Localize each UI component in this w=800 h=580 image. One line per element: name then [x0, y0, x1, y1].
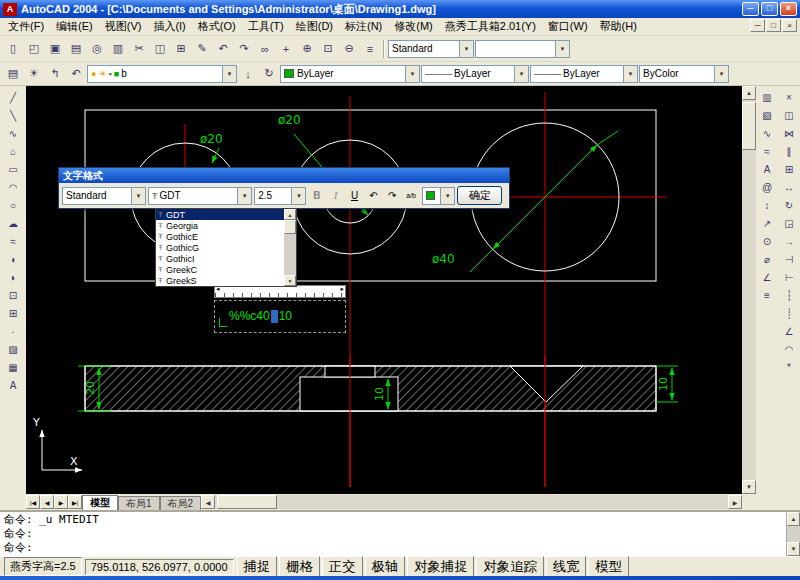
- layers-icon[interactable]: ▤: [3, 64, 23, 84]
- open-icon[interactable]: ◰: [24, 39, 44, 59]
- break-at-point-icon[interactable]: ┆: [779, 286, 799, 304]
- scroll-down-icon[interactable]: ▼: [284, 275, 296, 286]
- command-scrollbar[interactable]: ▲ ▼: [786, 512, 800, 556]
- edit-hatch-icon[interactable]: ▧: [757, 106, 777, 124]
- chevron-down-icon[interactable]: ▼: [291, 188, 305, 204]
- scroll-up-icon[interactable]: ▲: [284, 209, 296, 220]
- new-icon[interactable]: ▯: [3, 39, 23, 59]
- chevron-down-icon[interactable]: ▼: [405, 66, 419, 82]
- font-list-scrollbar[interactable]: ▲ ▼: [284, 209, 296, 286]
- save-icon[interactable]: ▣: [45, 39, 65, 59]
- chevron-down-icon[interactable]: ▼: [714, 66, 728, 82]
- paste-icon[interactable]: ⊞: [171, 39, 191, 59]
- layout-tab[interactable]: 布局1: [118, 496, 160, 510]
- layout-tab[interactable]: 模型: [82, 495, 118, 510]
- layer-combo[interactable]: ● ☀ ▪ ■ b ▼: [87, 65, 237, 83]
- layer-states-icon[interactable]: ☀: [24, 64, 44, 84]
- angular-dimension-icon[interactable]: ∠: [757, 268, 777, 286]
- chevron-down-icon[interactable]: ▼: [237, 188, 251, 204]
- edit-spline-icon[interactable]: ≈: [757, 142, 777, 160]
- stretch-icon[interactable]: →: [779, 232, 799, 250]
- doc-minimize-button[interactable]: ─: [750, 19, 765, 32]
- copy-object-icon[interactable]: ◫: [779, 106, 799, 124]
- horizontal-scrollbar[interactable]: ◀ ▶: [201, 495, 742, 509]
- doc-close-button[interactable]: ×: [782, 19, 797, 32]
- match-properties-icon[interactable]: ✎: [192, 39, 212, 59]
- menu-item[interactable]: 编辑(E): [50, 18, 99, 35]
- font-list-item[interactable]: Ŧ GothicI: [156, 253, 284, 264]
- tab-nav-button[interactable]: |◀: [26, 495, 40, 509]
- tab-nav-button[interactable]: ▶|: [68, 495, 82, 509]
- menu-item[interactable]: 帮助(H): [594, 18, 643, 35]
- lineweight-combo[interactable]: ——— ByLayer ▼: [530, 65, 638, 83]
- publish-icon[interactable]: ▥: [108, 39, 128, 59]
- ok-button[interactable]: 确定: [457, 186, 502, 205]
- chevron-down-icon[interactable]: ▼: [222, 66, 236, 82]
- copy-icon[interactable]: ◫: [150, 39, 170, 59]
- font-list-item[interactable]: Ŧ GothicE: [156, 231, 284, 242]
- chevron-down-icon[interactable]: ▼: [555, 41, 569, 57]
- hatch-icon[interactable]: ▨: [3, 340, 23, 358]
- dialog-font-combo[interactable]: Ŧ GDT ▼: [148, 187, 252, 205]
- tab-nav-button[interactable]: ◀: [40, 495, 54, 509]
- redo-icon[interactable]: ↷: [234, 39, 254, 59]
- status-toggle-button[interactable]: 对象追踪: [476, 556, 543, 578]
- status-toggle-button[interactable]: 极轴: [365, 556, 406, 578]
- menu-item[interactable]: 视图(V): [99, 18, 148, 35]
- extend-icon[interactable]: ⊢: [779, 268, 799, 286]
- italic-button[interactable]: I: [327, 187, 344, 205]
- command-line-area[interactable]: 命令: _u MTEDIT命令:命令: ▲ ▼: [0, 510, 800, 556]
- stack-button[interactable]: a/b: [403, 187, 420, 205]
- menu-item[interactable]: 燕秀工具箱2.01(Y): [439, 18, 542, 35]
- menu-item[interactable]: 绘图(D): [290, 18, 339, 35]
- make-current-icon[interactable]: ↓: [238, 64, 258, 84]
- font-list-item[interactable]: Ŧ GothicG: [156, 242, 284, 253]
- chevron-down-icon[interactable]: ▼: [131, 188, 145, 204]
- chevron-down-icon[interactable]: ▼: [623, 66, 637, 82]
- make-object-layer-icon[interactable]: ↰: [45, 64, 65, 84]
- plot-preview-icon[interactable]: ◎: [87, 39, 107, 59]
- scroll-up-icon[interactable]: ▲: [742, 86, 756, 100]
- dim-style-combo[interactable]: ▼: [475, 40, 570, 58]
- scroll-down-icon[interactable]: ▼: [742, 480, 756, 494]
- erase-icon[interactable]: ×: [779, 88, 799, 106]
- chevron-down-icon[interactable]: ▼: [514, 66, 528, 82]
- underline-button[interactable]: U: [346, 187, 363, 205]
- spline-icon[interactable]: ≈: [3, 232, 23, 250]
- circle-icon[interactable]: ○: [3, 196, 23, 214]
- scroll-thumb[interactable]: [284, 220, 296, 234]
- status-toggle-button[interactable]: 对象捕捉: [407, 556, 474, 578]
- text-color-combo[interactable]: ▼: [422, 187, 456, 205]
- point-icon[interactable]: ∙: [3, 322, 23, 340]
- mtext-icon[interactable]: A: [3, 376, 23, 394]
- layout-tab[interactable]: 布局2: [160, 496, 202, 510]
- zoom-window-icon[interactable]: ⊡: [318, 39, 338, 59]
- scroll-right-icon[interactable]: ▶: [728, 495, 742, 509]
- mtext-editor[interactable]: %%c40 10: [214, 285, 346, 333]
- drawing-canvas[interactable]: ø20 ø20 ø40: [26, 86, 742, 494]
- font-list-item[interactable]: Ŧ GreekC: [156, 264, 284, 275]
- rectangle-icon[interactable]: ▭: [3, 160, 23, 178]
- draw-order-icon[interactable]: ▥: [757, 88, 777, 106]
- scroll-up-icon[interactable]: ▲: [787, 512, 800, 526]
- font-list-item[interactable]: Ŧ GreekS: [156, 275, 284, 286]
- command-history[interactable]: 命令: _u MTEDIT命令:命令:: [0, 512, 786, 556]
- plot-icon[interactable]: ▤: [66, 39, 86, 59]
- coordinates-readout[interactable]: 795.0118, 526.0977, 0.0000: [85, 559, 234, 575]
- insert-block-icon[interactable]: ⊡: [3, 286, 23, 304]
- polygon-icon[interactable]: ⌂: [3, 142, 23, 160]
- explode-icon[interactable]: *: [779, 358, 799, 376]
- break-icon[interactable]: ┊: [779, 304, 799, 322]
- mirror-icon[interactable]: ⋈: [779, 124, 799, 142]
- color-combo[interactable]: ByLayer ▼: [280, 65, 420, 83]
- pan-icon[interactable]: +: [276, 39, 296, 59]
- chamfer-icon[interactable]: ∠: [779, 322, 799, 340]
- hyperlink-icon[interactable]: ∞: [255, 39, 275, 59]
- aligned-dimension-icon[interactable]: ↗: [757, 214, 777, 232]
- trim-icon[interactable]: ⊣: [779, 250, 799, 268]
- status-toggle-button[interactable]: 捕捉: [237, 556, 278, 578]
- dialog-style-combo[interactable]: Standard▼: [62, 187, 146, 205]
- rotate-icon[interactable]: ↻: [779, 196, 799, 214]
- scroll-down-icon[interactable]: ▼: [787, 542, 800, 556]
- status-toggle-button[interactable]: 模型: [588, 556, 629, 578]
